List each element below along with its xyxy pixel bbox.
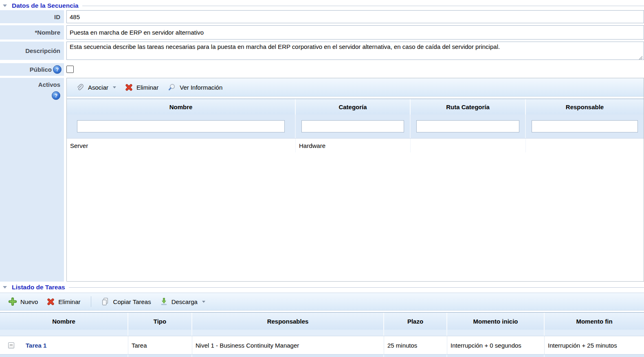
col-header-momento-fin[interactable]: Momento fin: [545, 313, 644, 330]
form-row-nombre: *Nombre: [0, 25, 644, 40]
activos-toolbar: Asociar Eliminar Ver Información: [67, 78, 644, 97]
copy-icon: [101, 298, 110, 306]
col-header-categoria[interactable]: Categoría: [296, 99, 411, 115]
asociar-button[interactable]: Asociar: [72, 82, 120, 93]
filter-cell-responsable: [526, 115, 644, 138]
activos-table-row[interactable]: Server Hardware: [67, 139, 644, 152]
col-header-ruta-categoria[interactable]: Ruta Categoría: [411, 99, 526, 115]
descripcion-label: Descripción: [0, 42, 64, 60]
activos-label: Activos: [38, 81, 60, 88]
col-header-responsables[interactable]: Responsables: [192, 313, 384, 330]
form-row-activos: Activos ? Asociar: [0, 78, 644, 282]
header-strip-cell: [384, 330, 447, 336]
descarga-label: Descarga: [171, 298, 198, 305]
descripcion-value-area: Esta secuencia describe las tareas neces…: [66, 42, 644, 61]
activos-help-icon[interactable]: ?: [52, 91, 60, 100]
col-header-momento-inicio[interactable]: Momento inicio: [447, 313, 545, 330]
filter-input-nombre[interactable]: [77, 120, 285, 132]
bottom-strip-cell: [447, 355, 545, 357]
header-strip-cell: [447, 330, 545, 336]
tarea-table-row[interactable]: Tarea 1 Tarea Nivel 1 - Business Continu…: [0, 336, 644, 355]
nuevo-button[interactable]: Nuevo: [5, 296, 42, 307]
tareas-toolbar: Nuevo Eliminar Copiar Tareas Descarga: [0, 293, 644, 311]
asociar-dropdown-arrow-icon[interactable]: [113, 86, 116, 88]
form-row-publico: Público ?: [0, 63, 644, 76]
activos-content: Asociar Eliminar Ver Información: [66, 78, 644, 282]
nombre-label: *Nombre: [0, 25, 64, 40]
filter-cell-ruta-categoria: [411, 115, 526, 138]
col-header-nombre[interactable]: Nombre: [0, 313, 128, 330]
next-row-strip: [0, 355, 644, 357]
filter-cell-categoria: [296, 115, 411, 138]
tarea-link[interactable]: Tarea 1: [26, 342, 46, 349]
publico-checkbox[interactable]: [66, 66, 74, 73]
nuevo-label: Nuevo: [20, 298, 38, 305]
filter-input-categoria[interactable]: [301, 120, 404, 132]
activos-eliminar-label: Eliminar: [136, 84, 158, 91]
nombre-value-area: [66, 25, 644, 40]
ver-informacion-button[interactable]: Ver Información: [164, 82, 226, 93]
header-strip-cell: [128, 330, 192, 336]
col-header-plazo[interactable]: Plazo: [384, 313, 447, 330]
bottom-strip-cell: [545, 355, 644, 357]
cell-responsables: Nivel 1 - Business Continuity Manager: [192, 336, 384, 354]
publico-label: Público: [30, 66, 52, 73]
descarga-button[interactable]: Descarga: [156, 296, 209, 307]
id-value-area: [66, 10, 644, 23]
toolbar-separator: [91, 296, 91, 307]
activos-box: Asociar Eliminar Ver Información: [66, 78, 644, 282]
page: Datos de la Secuencia ID *Nombre Descrip…: [0, 1, 644, 357]
publico-help-icon[interactable]: ?: [53, 65, 62, 74]
form-row-descripcion: Descripción Esta secuencia describe las …: [0, 42, 644, 61]
activos-filter-row: [67, 115, 644, 139]
delete-x-icon: [125, 84, 133, 91]
delete-x-icon: [47, 298, 55, 306]
collapse-arrow-icon[interactable]: [3, 286, 7, 289]
section-title-datos: Datos de la Secuencia: [12, 2, 79, 9]
bottom-strip-cell: [192, 355, 384, 357]
cell-tarea-nombre: Tarea 1: [0, 336, 128, 354]
nombre-input[interactable]: [66, 25, 644, 40]
ver-informacion-label: Ver Información: [180, 84, 222, 91]
cell-responsable: [526, 139, 644, 152]
collapse-arrow-icon[interactable]: [3, 4, 7, 7]
id-input[interactable]: [66, 10, 644, 23]
form-row-id: ID: [0, 10, 644, 23]
cell-ruta-categoria: [411, 139, 526, 152]
cell-plazo: 25 minutos: [384, 336, 447, 354]
col-header-nombre[interactable]: Nombre: [67, 99, 296, 115]
col-header-responsable[interactable]: Responsable: [526, 99, 644, 115]
download-icon: [160, 298, 168, 306]
activos-eliminar-button[interactable]: Eliminar: [121, 82, 162, 93]
copiar-tareas-button[interactable]: Copiar Tareas: [98, 296, 155, 307]
cell-momento-inicio: Interrupción + 0 segundos: [447, 336, 545, 354]
datos-secuencia-legend: Datos de la Secuencia: [0, 1, 644, 10]
descripcion-textarea[interactable]: Esta secuencia describe las tareas neces…: [66, 42, 644, 60]
tareas-eliminar-button[interactable]: Eliminar: [43, 296, 84, 307]
cell-categoria: Hardware: [296, 139, 411, 152]
filter-input-ruta-categoria[interactable]: [416, 120, 519, 132]
header-strip-cell: [0, 330, 128, 336]
descarga-dropdown-arrow-icon[interactable]: [202, 301, 205, 303]
id-label: ID: [0, 10, 64, 23]
activos-label-cell: Activos ?: [0, 78, 64, 282]
cell-tipo: Tarea: [128, 336, 192, 354]
bottom-strip-cell: [384, 355, 447, 357]
section-title-tareas: Listado de Tareas: [12, 284, 65, 291]
bottom-strip-cell: [0, 355, 128, 357]
publico-label-cell: Público ?: [0, 63, 64, 76]
publico-value-area: [66, 63, 644, 76]
filter-input-responsable[interactable]: [532, 120, 638, 132]
paperclip-icon: [76, 83, 84, 92]
asociar-label: Asociar: [88, 84, 108, 91]
header-strip-cell: [545, 330, 644, 336]
collapse-minus-icon[interactable]: [8, 342, 14, 348]
tareas-eliminar-label: Eliminar: [58, 298, 80, 305]
copiar-tareas-label: Copiar Tareas: [113, 298, 151, 305]
header-strip-cell: [192, 330, 384, 336]
magnifier-icon: [167, 83, 176, 92]
cell-momento-fin: Interrupción + 25 minutos: [545, 336, 644, 354]
activos-table-header: Nombre Categoría Ruta Categoría Responsa…: [67, 99, 644, 115]
listado-tareas-legend: Listado de Tareas: [0, 283, 644, 292]
col-header-tipo[interactable]: Tipo: [128, 313, 192, 330]
